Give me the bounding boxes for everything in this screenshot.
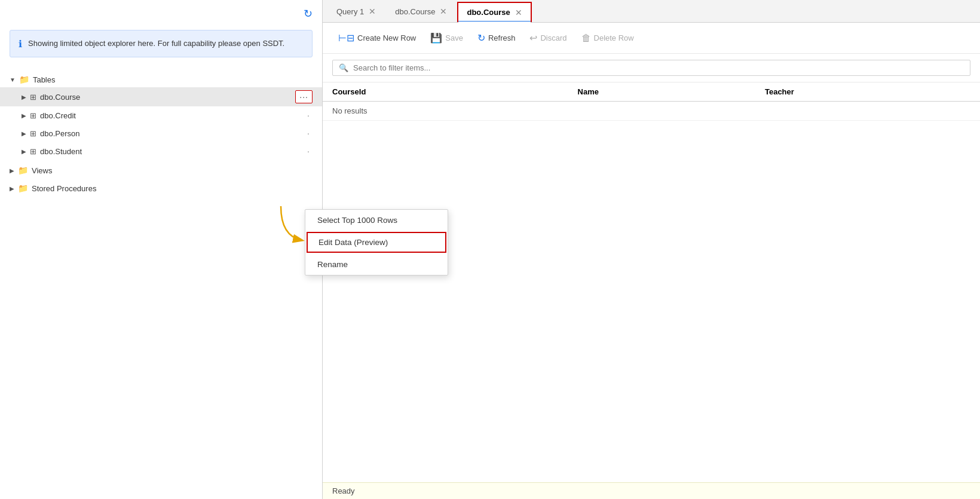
table-row-no-results: No results <box>323 102 980 121</box>
tree-item-dbo-course[interactable]: ▶ ⊞ dbo.Course ··· <box>0 87 322 106</box>
course-table-icon: ⊞ <box>30 93 36 102</box>
save-label: Save <box>445 33 463 42</box>
tab-dbo-course-2[interactable]: dbo.Course ✕ <box>457 2 531 22</box>
course-context-menu-button[interactable]: ··· <box>295 90 313 103</box>
views-group: ▶ 📁 Views <box>0 163 322 178</box>
status-bar: Ready <box>323 482 980 499</box>
data-table: CourseId Name Teacher No results <box>323 82 980 121</box>
context-menu-item-rename[interactable]: Rename <box>305 254 448 275</box>
context-menu-item-edit-data[interactable]: Edit Data (Preview) <box>307 232 446 253</box>
info-box: ℹ Showing limited object explorer here. … <box>10 30 313 57</box>
person-chevron-icon: ▶ <box>22 130 26 137</box>
person-label: dbo.Person <box>40 129 80 138</box>
views-label: Views <box>32 166 52 175</box>
student-label: dbo.Student <box>40 147 82 156</box>
tab-dbo-course-1[interactable]: dbo.Course ✕ <box>386 1 456 21</box>
discard-label: Discard <box>540 33 566 42</box>
tree-section: ▼ 📁 Tables ▶ ⊞ dbo.Course ··· ▶ ⊞ dbo.Cr… <box>0 67 322 203</box>
create-new-row-label: Create New Row <box>357 33 416 42</box>
context-menu-item-select-top[interactable]: Select Top 1000 Rows <box>305 210 448 231</box>
search-input-wrapper: 🔍 <box>332 60 970 76</box>
refresh-label: Refresh <box>488 33 516 42</box>
sidebar-refresh-icon[interactable]: ↻ <box>304 7 313 20</box>
course-chevron-icon: ▶ <box>22 94 26 100</box>
tree-item-dbo-student[interactable]: ▶ ⊞ dbo.Student · <box>0 142 322 160</box>
tab-query1[interactable]: Query 1 ✕ <box>327 1 385 21</box>
sidebar-top: ↻ <box>0 0 322 25</box>
table-header-row: CourseId Name Teacher <box>323 82 980 102</box>
student-chevron-icon: ▶ <box>22 148 26 155</box>
tabs-bar: Query 1 ✕ dbo.Course ✕ dbo.Course ✕ <box>323 0 980 23</box>
search-bar: 🔍 <box>323 54 980 82</box>
tables-chevron-icon: ▼ <box>10 76 16 83</box>
delete-row-label: Delete Row <box>594 33 634 42</box>
discard-button[interactable]: ↩ Discard <box>523 29 572 47</box>
info-icon: ℹ <box>19 38 22 50</box>
tree-item-dbo-credit[interactable]: ▶ ⊞ dbo.Credit · <box>0 106 322 124</box>
refresh-icon: ↻ <box>477 32 485 44</box>
context-menu: Select Top 1000 Rows Edit Data (Preview)… <box>305 209 448 275</box>
refresh-button[interactable]: ↻ Refresh <box>471 29 522 47</box>
person-table-icon: ⊞ <box>30 129 36 138</box>
search-input[interactable] <box>353 63 532 72</box>
col-header-courseid: CourseId <box>323 82 568 102</box>
course-label: dbo.Course <box>40 93 80 102</box>
discard-icon: ↩ <box>529 32 537 44</box>
info-text: Showing limited object explorer here. Fo… <box>28 38 284 50</box>
col-header-teacher: Teacher <box>755 82 980 102</box>
data-table-area: CourseId Name Teacher No results <box>323 82 980 482</box>
toolbar: ⊢⊟ Create New Row 💾 Save ↻ Refresh ↩ Dis… <box>323 23 980 54</box>
tab-query1-close[interactable]: ✕ <box>369 7 376 16</box>
tab-dbo-course-2-label: dbo.Course <box>467 8 510 17</box>
tab-dbo-course-1-label: dbo.Course <box>395 7 435 16</box>
sp-folder-icon: 📁 <box>18 183 28 193</box>
create-new-row-button[interactable]: ⊢⊟ Create New Row <box>332 29 422 47</box>
student-context-menu-button[interactable]: · <box>305 145 313 157</box>
stored-procedures-group-header[interactable]: ▶ 📁 Stored Procedures <box>0 180 322 196</box>
save-icon: 💾 <box>430 32 442 44</box>
delete-row-button[interactable]: 🗑 Delete Row <box>575 29 640 47</box>
col-header-name: Name <box>568 82 755 102</box>
delete-row-icon: 🗑 <box>581 33 591 44</box>
no-results-cell: No results <box>323 102 980 121</box>
student-table-icon: ⊞ <box>30 147 36 156</box>
views-chevron-icon: ▶ <box>10 167 14 174</box>
views-folder-icon: 📁 <box>18 166 28 175</box>
tab-dbo-course-1-close[interactable]: ✕ <box>440 7 447 16</box>
save-button[interactable]: 💾 Save <box>424 29 469 47</box>
stored-procedures-group: ▶ 📁 Stored Procedures <box>0 180 322 196</box>
tables-label: Tables <box>33 75 56 84</box>
stored-procedures-label: Stored Procedures <box>32 184 96 193</box>
credit-chevron-icon: ▶ <box>22 112 26 119</box>
create-new-row-icon: ⊢⊟ <box>338 32 354 44</box>
views-group-header[interactable]: ▶ 📁 Views <box>0 163 322 178</box>
sidebar: ↻ ℹ Showing limited object explorer here… <box>0 0 323 499</box>
credit-label: dbo.Credit <box>40 111 76 120</box>
tab-dbo-course-2-close[interactable]: ✕ <box>515 8 522 17</box>
status-text: Ready <box>332 486 355 495</box>
tree-item-dbo-person[interactable]: ▶ ⊞ dbo.Person · <box>0 124 322 142</box>
tables-group: ▼ 📁 Tables ▶ ⊞ dbo.Course ··· ▶ ⊞ dbo.Cr… <box>0 72 322 160</box>
tab-query1-label: Query 1 <box>336 7 364 16</box>
person-context-menu-button[interactable]: · <box>305 127 313 139</box>
sp-chevron-icon: ▶ <box>10 185 14 192</box>
tables-folder-icon: 📁 <box>19 75 29 84</box>
credit-context-menu-button[interactable]: · <box>305 109 313 121</box>
search-icon: 🔍 <box>339 63 348 72</box>
credit-table-icon: ⊞ <box>30 111 36 120</box>
tables-group-header[interactable]: ▼ 📁 Tables <box>0 72 322 87</box>
